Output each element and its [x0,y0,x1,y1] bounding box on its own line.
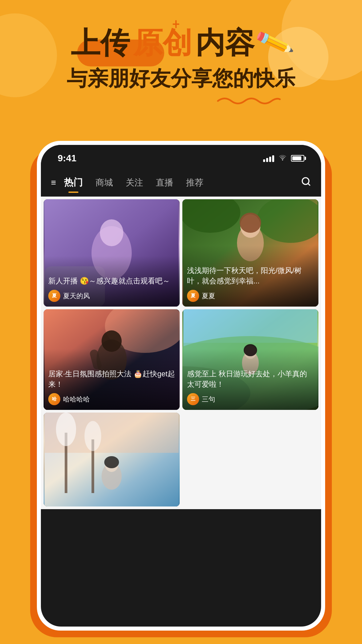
card-1-author-name: 夏天的风 [63,291,90,301]
hero-line1: 上传原创内容 ✏️ [0,27,362,59]
card-1-title: 新人开播 😘～感兴趣就点击观看吧～ [48,276,175,286]
screen-bottom [41,509,321,526]
nav-tabs: 热门 商城 关注 直播 推荐 [63,173,301,192]
squiggle-decoration [0,94,362,108]
navigation-bar: ≡ 热门 商城 关注 直播 推荐 [41,168,321,197]
card-2-title: 浅浅期待一下秋天吧，阳光/微风/树叶，就会感觉到幸福... [187,266,314,286]
card-5-thumbnail [44,413,180,506]
battery-icon [291,155,304,162]
card-5-image [44,413,180,506]
svg-point-32 [104,456,119,468]
card-1-overlay: 新人开播 😘～感兴趣就点击观看吧～ 夏 夏天的风 [44,256,180,307]
content-grid: 新人开播 😘～感兴趣就点击观看吧～ 夏 夏天的风 [41,197,321,509]
phone-mockup: 9:41 [37,141,325,631]
pencil-icon: ✏️ [254,23,295,63]
card-4-overlay: 感觉至上 秋日游玩好去处，小羊真的太可爱啦！ 三 三句 [182,349,318,410]
tab-shop[interactable]: 商城 [94,174,114,191]
card-4-title: 感觉至上 秋日游玩好去处，小羊真的太可爱啦！ [187,369,314,390]
content-card-5[interactable] [44,413,180,506]
hero-line2: 与亲朋好友分享您的快乐 [0,66,362,91]
hero-section: 上传原创内容 ✏️ 与亲朋好友分享您的快乐 [0,27,362,108]
svg-point-15 [102,330,122,352]
tab-hot[interactable]: 热门 [63,173,84,192]
card-3-title: 居家·生日氛围感拍照大法 🎂赶快get起来！ [48,369,175,390]
card-2-avatar: 夏 [187,290,199,302]
card-3-author: 哈 哈哈哈哈 [48,393,175,405]
status-time: 9:41 [58,153,76,164]
svg-point-5 [100,219,123,246]
search-icon[interactable] [301,176,311,189]
signal-bars-icon [263,155,274,162]
wifi-icon [278,154,287,163]
card-1-author: 夏 夏天的风 [48,290,175,302]
card-3-author-name: 哈哈哈哈 [63,395,90,404]
svg-line-1 [308,183,310,185]
hero-suffix: 内容 [195,27,254,59]
svg-point-27 [56,413,76,446]
card-3-avatar: 哈 [48,393,60,405]
card-4-author: 三 三句 [187,393,314,405]
content-card-4[interactable]: 感觉至上 秋日游玩好去处，小羊真的太可爱啦！ 三 三句 [182,309,318,410]
card-2-overlay: 浅浅期待一下秋天吧，阳光/微风/树叶，就会感觉到幸福... 夏 夏夏 [182,246,318,307]
svg-point-29 [84,421,101,451]
phone-border: 9:41 [37,141,325,631]
hero-prefix: 上传 [71,27,130,59]
spark-decoration [171,20,181,30]
tab-follow[interactable]: 关注 [124,174,144,191]
status-bar: 9:41 [41,145,321,168]
content-card-3[interactable]: 居家·生日氛围感拍照大法 🎂赶快get起来！ 哈 哈哈哈哈 [44,309,180,410]
menu-icon[interactable]: ≡ [51,177,56,188]
hero-highlight: 原创 [133,27,192,59]
content-card-2[interactable]: 浅浅期待一下秋天吧，阳光/微风/树叶，就会感觉到幸福... 夏 夏夏 [182,199,318,307]
tab-live[interactable]: 直播 [155,174,175,191]
card-4-avatar: 三 [187,393,199,405]
card-2-author: 夏 夏夏 [187,290,314,302]
svg-point-11 [240,213,261,233]
card-4-author-name: 三句 [202,395,215,404]
phone-screen: 9:41 [41,145,321,627]
card-2-author-name: 夏夏 [202,291,215,301]
card-3-overlay: 居家·生日氛围感拍照大法 🎂赶快get起来！ 哈 哈哈哈哈 [44,349,180,410]
status-icons [263,154,304,163]
tab-recommend[interactable]: 推荐 [185,174,205,191]
card-1-avatar: 夏 [48,290,60,302]
content-card-1[interactable]: 新人开播 😘～感兴趣就点击观看吧～ 夏 夏天的风 [44,199,180,307]
